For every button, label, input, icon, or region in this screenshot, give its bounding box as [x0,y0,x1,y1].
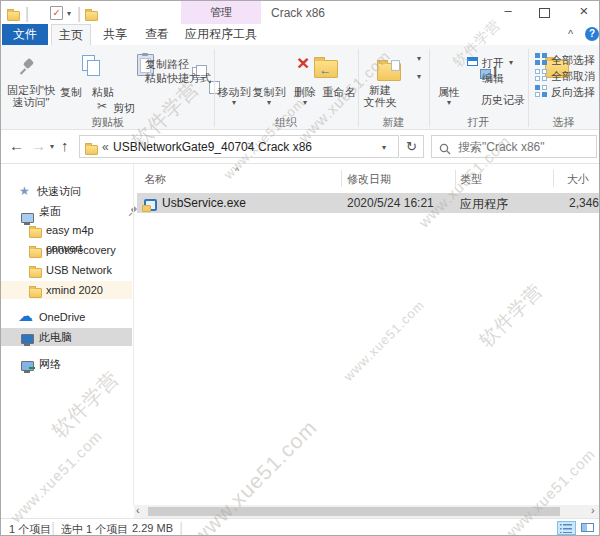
new-folder-label2[interactable]: 文件夹 [360,95,400,110]
edit-button[interactable]: 编辑 [482,71,504,86]
invert-selection-icon[interactable] [535,85,547,97]
horizontal-scrollbar[interactable]: ‹ › [134,505,599,518]
sidebar-item-folder[interactable]: easy m4p convert [1,221,132,239]
sidebar-item-onedrive[interactable]: ☁ OneDrive [1,308,132,326]
move-to-icon[interactable]: ← [314,60,338,78]
file-name: UsbService.exe [162,196,246,210]
column-header-date[interactable]: 修改日期 [347,172,391,187]
new-item-dropdown-icon[interactable]: ▾ [417,55,421,63]
qat-customize-dropdown-icon[interactable]: ▾ [67,10,71,18]
item-count: 1 个项目 [9,522,51,536]
sidebar-item-this-pc[interactable]: 此电脑 [1,328,132,346]
back-icon[interactable]: ← [9,137,24,154]
breadcrumb-collapsed-marker[interactable]: « [102,140,109,154]
open-icon[interactable] [467,57,478,66]
ribbon: 固定到"快 速访问" 复制 粘贴 复制路径 粘贴快捷方式 ✂ 剪切 剪贴板 ← … [1,45,599,130]
tab-home-selected[interactable]: 主页 [51,24,91,45]
move-to-dropdown-icon[interactable]: ▾ [214,99,254,107]
scroll-left-icon[interactable]: ‹ [136,504,140,516]
tab-share[interactable]: 共享 [95,24,135,45]
copy-to-dropdown-icon[interactable]: ▾ [249,99,289,107]
scroll-right-icon[interactable]: › [591,504,595,516]
refresh-button[interactable]: ↻ [400,135,424,158]
sidebar-item-label: 桌面 [39,202,61,220]
select-all-icon[interactable] [535,53,547,65]
sidebar-item-label: 此电脑 [39,328,72,346]
delete-dropdown-icon[interactable]: ▾ [285,99,325,107]
folder-icon [29,288,42,298]
select-none-icon[interactable] [535,69,547,81]
tab-view[interactable]: 查看 [137,24,177,45]
file-row-selected[interactable]: UsbService.exe 2020/5/24 16:21 应用程序 2,34… [137,193,599,213]
scrollbar-thumb[interactable] [148,507,560,516]
clipboard-group-label: 剪贴板 [1,115,214,130]
properties-dropdown-icon[interactable]: ▾ [433,99,465,107]
breadcrumb-separator[interactable]: > [247,140,253,151]
sidebar-item-label: xmind 2020 [46,281,103,299]
breadcrumb-current-folder[interactable]: Crack x86 [258,140,312,154]
select-none-button[interactable]: 全部取消 [551,69,595,84]
organize-group-label: 组织 [214,115,358,130]
exe-file-icon [144,199,157,211]
sidebar-item-desktop[interactable]: 桌面 [1,202,132,220]
qat-divider: | [25,5,29,23]
address-bar[interactable]: « USBNetworkGate9_40704 > Crack x86 ▾ [79,135,399,158]
easy-access-dropdown-icon[interactable]: ▾ [417,73,421,81]
rename-button[interactable]: 重命名 [318,85,360,100]
copy-path-button[interactable]: 复制路径 [145,57,189,72]
open-dropdown-icon[interactable]: ▾ [509,59,513,67]
pin-icon[interactable] [19,57,35,75]
maximize-button[interactable] [539,8,550,18]
sidebar-item-label: 快速访问 [37,182,81,200]
history-button[interactable]: 历史记录 [481,93,525,108]
column-divider[interactable] [553,170,554,187]
qat-new-folder-icon[interactable] [85,11,98,21]
explorer-logo-icon [7,11,20,21]
paste-shortcut-button[interactable]: 粘贴快捷方式 [145,71,211,86]
column-header-name[interactable]: 名称 [144,172,166,187]
column-divider[interactable] [455,170,456,187]
breadcrumb-parent-folder[interactable]: USBNetworkGate9_40704 [113,140,254,154]
address-folder-icon [85,145,98,155]
folder-icon [29,248,42,258]
paste-button[interactable]: 粘贴 [89,85,117,100]
sidebar-item-network[interactable]: 网络 [1,355,132,373]
details-view-button[interactable] [557,521,576,535]
contextual-tab-manage[interactable]: 管理 [181,1,261,24]
folder-icon [29,228,42,238]
copy-to-icon[interactable] [377,63,401,81]
copy-icon[interactable] [82,55,100,76]
sidebar-item-folder[interactable]: photorecovery [1,241,132,259]
tab-application-tools[interactable]: 应用程序工具 [179,24,263,45]
file-list: 名称 ^ 修改日期 类型 大小 UsbService.exe 2020/5/24… [134,164,599,506]
large-icons-view-button[interactable] [579,521,598,535]
recent-locations-dropdown-icon[interactable]: ▾ [50,143,54,151]
forward-icon[interactable]: → [31,137,46,154]
sidebar-item-quick-access[interactable]: ★ 快速访问 [1,182,132,200]
sidebar-item-folder[interactable]: xmind 2020 [1,281,132,299]
delete-icon[interactable]: × [297,53,309,73]
column-header-type[interactable]: 类型 [460,172,482,187]
minimize-button[interactable]: – [493,1,523,23]
open-button[interactable]: 打开 [482,56,504,71]
qat-properties-icon[interactable] [50,6,63,20]
file-size: 2,346 [549,196,599,210]
column-divider[interactable] [341,170,342,187]
select-all-button[interactable]: 全部选择 [551,53,595,68]
column-header-size[interactable]: 大小 [561,172,589,187]
search-box[interactable] [431,135,597,158]
status-bar: 1 个项目 | 选中 1 个项目 2.29 MB | [1,518,599,536]
tab-file[interactable]: 文件 [2,24,48,45]
copy-button[interactable]: 复制 [55,85,87,100]
up-icon[interactable]: ↑ [61,137,69,154]
search-input[interactable] [456,138,594,156]
close-button[interactable]: × [569,1,599,23]
cut-button[interactable]: 剪切 [113,101,135,116]
help-icon[interactable]: ? [585,27,599,41]
address-dropdown-icon[interactable]: ▾ [382,144,386,152]
sidebar-item-folder[interactable]: USB Network Gat [1,261,132,279]
invert-selection-button[interactable]: 反向选择 [551,85,595,100]
collapse-ribbon-icon[interactable]: ^ [568,28,573,40]
cut-icon[interactable]: ✂ [97,99,107,113]
pin-to-quick-access-label2[interactable]: 速访问" [3,95,59,110]
